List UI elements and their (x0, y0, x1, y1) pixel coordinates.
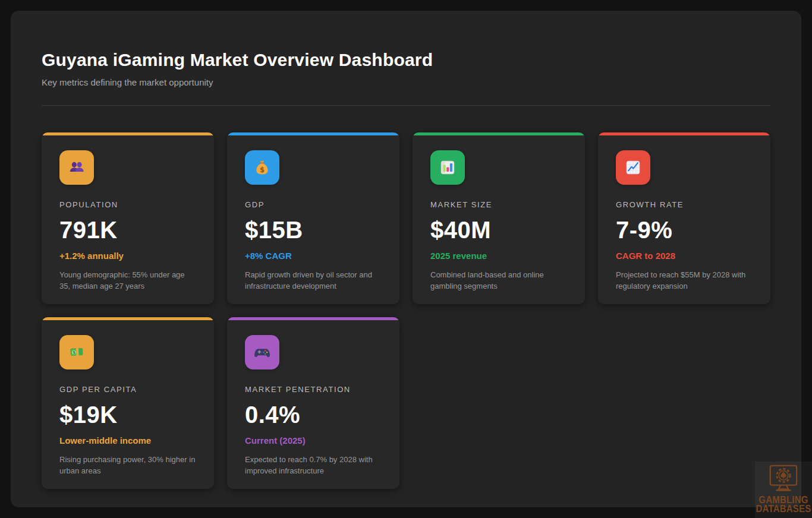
svg-text:$: $ (260, 166, 265, 174)
card-label: GDP PER CAPITA (59, 385, 196, 394)
card-value: $19K (59, 402, 196, 428)
card-description: Projected to reach $55M by 2028 with reg… (616, 270, 753, 292)
dashboard-panel: Guyana iGaming Market Overview Dashboard… (11, 11, 801, 507)
card-value: $15B (245, 217, 382, 244)
card-label: POPULATION (59, 200, 196, 209)
metric-card-growth-rate: GROWTH RATE 7-9% CAGR to 2028 Projected … (598, 132, 770, 304)
banknote-icon: $ (59, 335, 94, 369)
card-label: GROWTH RATE (616, 200, 753, 209)
card-description: Rapid growth driven by oil sector and in… (245, 270, 382, 292)
page-subtitle: Key metrics defining the market opportun… (42, 77, 770, 87)
card-description: Rising purchasing power, 30% higher in u… (59, 454, 196, 477)
metric-card-gdp: $ GDP $15B +8% CAGR Rapid growth driven … (227, 132, 399, 304)
card-body: MARKET SIZE $40M 2025 revenue Combined l… (413, 135, 585, 304)
card-description: Expected to reach 0.7% by 2028 with impr… (245, 454, 382, 477)
metric-card-market-penetration: MARKET PENETRATION 0.4% Current (2025) E… (227, 317, 399, 489)
metric-card-market-size: MARKET SIZE $40M 2025 revenue Combined l… (413, 132, 585, 304)
card-description: Combined land-based and online gambling … (430, 270, 567, 292)
card-value: 0.4% (245, 402, 382, 428)
header-divider (42, 105, 770, 106)
card-body: MARKET PENETRATION 0.4% Current (2025) E… (227, 320, 399, 489)
people-icon (59, 150, 94, 185)
card-accent-text: Lower-middle income (59, 435, 196, 446)
svg-text:$: $ (73, 350, 75, 355)
card-accent-text: CAGR to 2028 (616, 251, 753, 261)
card-body: $ GDP $15B +8% CAGR Rapid growth driven … (227, 135, 399, 304)
card-label: MARKET SIZE (430, 200, 567, 209)
card-body: $ GDP PER CAPITA $19K Lower-middle incom… (42, 320, 214, 489)
card-value: $40M (430, 217, 567, 244)
card-body: POPULATION 791K +1.2% annually Young dem… (42, 135, 214, 304)
card-accent-text: Current (2025) (245, 435, 382, 446)
watermark-line2: DATABASES (756, 504, 811, 514)
gambling-databases-watermark: GAMBLING DATABASES (755, 462, 812, 518)
bar-chart-icon (430, 150, 465, 185)
game-controller-icon (245, 335, 279, 369)
card-value: 7-9% (616, 217, 753, 244)
metric-card-population: POPULATION 791K +1.2% annually Young dem… (42, 132, 214, 304)
card-accent-text: +8% CAGR (245, 251, 382, 261)
card-label: MARKET PENETRATION (245, 385, 382, 394)
metric-cards-grid: POPULATION 791K +1.2% annually Young dem… (42, 132, 770, 489)
card-accent-text: 2025 revenue (430, 251, 567, 261)
card-label: GDP (245, 200, 382, 209)
monitor-casino-chip-icon (765, 465, 802, 495)
card-description: Young demographic: 55% under age 35, med… (59, 270, 196, 292)
card-accent-text: +1.2% annually (59, 251, 196, 261)
money-bag-icon: $ (245, 150, 279, 185)
chart-increasing-icon (616, 150, 650, 185)
card-value: 791K (59, 217, 196, 244)
card-body: GROWTH RATE 7-9% CAGR to 2028 Projected … (598, 135, 770, 304)
page-title: Guyana iGaming Market Overview Dashboard (42, 50, 770, 70)
metric-card-gdp-per-capita: $ GDP PER CAPITA $19K Lower-middle incom… (42, 317, 214, 489)
